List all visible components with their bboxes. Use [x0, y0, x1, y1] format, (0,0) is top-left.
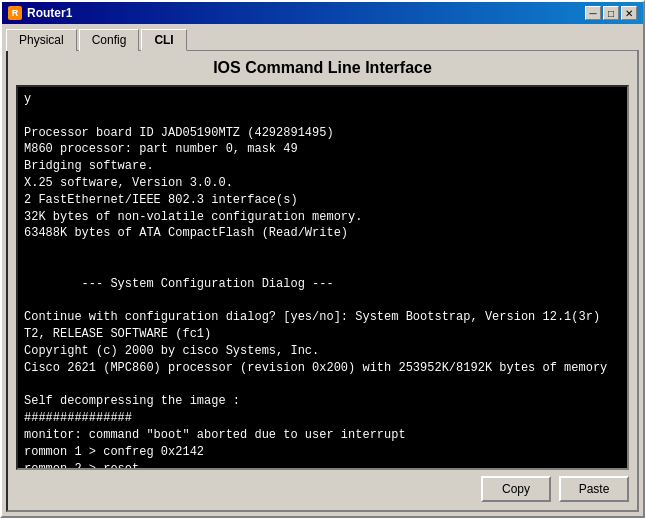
tab-bar: Physical Config CLI [2, 24, 643, 50]
title-bar: R Router1 ─ □ ✕ [2, 2, 643, 24]
cli-title: IOS Command Line Interface [16, 59, 629, 77]
content-area: IOS Command Line Interface y Processor b… [6, 50, 639, 512]
title-bar-left: R Router1 [8, 6, 72, 20]
button-row: Copy Paste [16, 470, 629, 502]
router-window: R Router1 ─ □ ✕ Physical Config CLI IOS … [0, 0, 645, 518]
paste-button[interactable]: Paste [559, 476, 629, 502]
terminal-text: y Processor board ID JAD05190MTZ (429289… [24, 91, 621, 468]
tab-cli[interactable]: CLI [141, 29, 186, 51]
tab-config[interactable]: Config [79, 29, 140, 51]
copy-button[interactable]: Copy [481, 476, 551, 502]
window-title: Router1 [27, 6, 72, 20]
minimize-button[interactable]: ─ [585, 6, 601, 20]
terminal-wrapper: y Processor board ID JAD05190MTZ (429289… [16, 85, 629, 470]
app-icon: R [8, 6, 22, 20]
terminal-scroll[interactable]: y Processor board ID JAD05190MTZ (429289… [18, 87, 627, 468]
close-button[interactable]: ✕ [621, 6, 637, 20]
title-bar-controls: ─ □ ✕ [585, 6, 637, 20]
tab-physical[interactable]: Physical [6, 29, 77, 51]
maximize-button[interactable]: □ [603, 6, 619, 20]
